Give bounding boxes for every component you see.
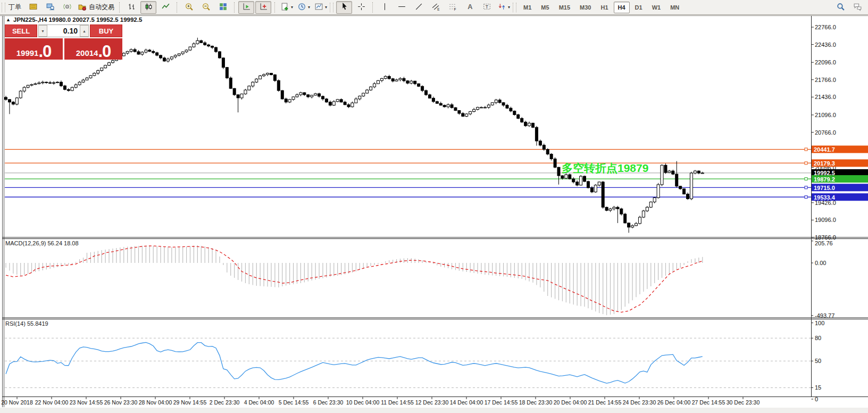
svg-text:F: F xyxy=(454,7,456,11)
period-clock-icon xyxy=(297,2,306,13)
chat-icon xyxy=(853,2,862,13)
chart-canvas[interactable]: 多空转折点19879▲JPN225-,H4 19980.0 20027.5 19… xyxy=(0,0,868,413)
dropdown-caret-icon[interactable]: ▾ xyxy=(508,5,510,10)
trendline-icon[interactable] xyxy=(411,1,427,14)
chart-annotation-text[interactable]: 多空转折点19879 xyxy=(562,162,648,175)
bar-chart-icon xyxy=(127,2,136,13)
toolbar-separator xyxy=(119,2,120,13)
dropdown-caret-icon[interactable]: ▾ xyxy=(291,5,293,10)
collapse-triangle-icon[interactable]: ▲ xyxy=(6,17,11,22)
svg-text:E: E xyxy=(437,7,439,11)
orders-label[interactable]: 丁单 xyxy=(9,3,21,12)
line-chart-icon[interactable] xyxy=(157,1,173,14)
zoom-in-icon xyxy=(185,2,194,13)
svg-text:T: T xyxy=(485,4,488,9)
new-order-doc-icon[interactable]: ▾ xyxy=(279,1,295,14)
template-icon[interactable]: ▾ xyxy=(313,1,329,14)
timeframe-button-mn[interactable]: MN xyxy=(666,2,683,13)
volume-decrease-button[interactable]: ▼ xyxy=(38,25,47,37)
toolbar-separator xyxy=(274,2,276,13)
cursor-icon[interactable] xyxy=(336,1,352,14)
cursor-icon xyxy=(340,2,349,13)
candlestick-chart-icon xyxy=(144,2,153,13)
line-handle[interactable] xyxy=(805,162,807,164)
sell-price-small: 19991 xyxy=(16,48,39,59)
tile-windows-icon[interactable] xyxy=(215,1,231,14)
time-tick-label: 14 Dec 04:00 xyxy=(450,399,483,406)
chat-icon[interactable] xyxy=(849,1,865,14)
hline-icon xyxy=(397,2,406,13)
toolbar-separator xyxy=(177,2,178,13)
bar-chart-icon[interactable] xyxy=(123,1,139,14)
line-handle[interactable] xyxy=(805,148,807,151)
chart-background xyxy=(0,15,868,413)
time-tick-label: 22 Nov 04:00 xyxy=(35,399,69,406)
time-tick-label: 26 Nov 23:30 xyxy=(104,399,138,406)
dropdown-caret-icon[interactable]: ▾ xyxy=(308,5,310,10)
time-tick-label: 6 Dec 23:30 xyxy=(313,399,344,406)
timeframe-button-m15[interactable]: M15 xyxy=(555,2,574,13)
zoom-out-icon[interactable] xyxy=(198,1,214,14)
candlestick-chart-icon[interactable] xyxy=(140,1,156,14)
timeframe-button-m5[interactable]: M5 xyxy=(537,2,553,13)
auto-trading-label: 自动交易 xyxy=(89,3,114,12)
svg-text:A: A xyxy=(468,3,472,11)
chart-title: ▲JPN225-,H4 19980.0 20027.5 19952.5 1999… xyxy=(6,16,143,23)
vline-icon[interactable] xyxy=(377,1,393,14)
timeframe-button-m30[interactable]: M30 xyxy=(575,2,595,13)
text-icon[interactable]: A xyxy=(462,1,478,14)
macd-tick-label: 0.00 xyxy=(815,260,826,266)
one-click-trading-panel: SELL ▼ ▲ BUY 19991.0 20014.0 xyxy=(5,24,122,60)
timeframe-button-w1[interactable]: W1 xyxy=(648,2,665,13)
time-tick-label: 10 Dec 04:00 xyxy=(346,399,380,406)
text-label-icon[interactable]: T xyxy=(479,1,495,14)
dropdown-caret-icon[interactable]: ▾ xyxy=(325,5,327,10)
line-handle[interactable] xyxy=(805,196,807,199)
timeframe-button-h4[interactable]: H4 xyxy=(614,2,630,13)
rsi-tick-label: 50 xyxy=(815,358,821,364)
auto-scroll-icon[interactable] xyxy=(238,1,254,14)
buy-price-big: .0 xyxy=(98,44,111,59)
price-line-label-text: 19715.0 xyxy=(814,185,835,191)
new-order-icon xyxy=(29,2,38,13)
channel-icon[interactable]: E xyxy=(428,1,444,14)
period-clock-icon[interactable]: ▾ xyxy=(296,1,312,14)
sell-price[interactable]: 19991.0 xyxy=(5,38,63,60)
buy-price[interactable]: 20014.0 xyxy=(64,38,122,60)
price-line-label-text: 19533.4 xyxy=(814,194,836,201)
line-handle[interactable] xyxy=(805,178,807,180)
line-handle[interactable] xyxy=(805,186,807,189)
time-tick-label: 4 Dec 04:00 xyxy=(244,399,274,406)
timeframe-button-h1[interactable]: H1 xyxy=(596,2,612,13)
new-order-icon[interactable] xyxy=(25,1,41,14)
fibonacci-icon[interactable]: F xyxy=(445,1,461,14)
chart-shift-icon[interactable] xyxy=(255,1,271,14)
rsi-tick-label: 0 xyxy=(815,396,818,402)
crosshair-icon[interactable] xyxy=(353,1,369,14)
arrows-icon[interactable]: ▾ xyxy=(496,1,512,14)
time-tick-label: 24 Dec 23:30 xyxy=(623,399,656,406)
volume-increase-button[interactable]: ▲ xyxy=(80,25,89,37)
template-icon xyxy=(314,2,323,13)
time-tick-label: 29 Nov 14:55 xyxy=(173,399,207,406)
auto-trading-button[interactable]: 自动交易 xyxy=(76,1,116,14)
rsi-tick-label: 80 xyxy=(815,335,821,341)
zoom-in-icon[interactable] xyxy=(181,1,197,14)
price-line-label-text: 19879.2 xyxy=(814,176,835,183)
timeframe-button-m1[interactable]: M1 xyxy=(519,2,536,13)
signal-icon[interactable] xyxy=(59,1,75,14)
timeframe-button-d1[interactable]: D1 xyxy=(631,2,647,13)
search-icon[interactable] xyxy=(832,1,848,14)
vline-icon xyxy=(380,2,389,13)
sell-price-big: .0 xyxy=(38,44,51,59)
volume-input[interactable] xyxy=(47,25,80,37)
price-tick-label: 21766.0 xyxy=(815,77,836,83)
sell-button[interactable]: SELL xyxy=(5,24,37,37)
buy-button[interactable]: BUY xyxy=(90,24,122,37)
channel-icon: E xyxy=(431,2,440,13)
time-tick-label: 11 Dec 14:55 xyxy=(381,399,414,406)
hline-icon[interactable] xyxy=(394,1,410,14)
toolbar-grip xyxy=(330,3,333,12)
market-watch-icon[interactable] xyxy=(42,1,58,14)
line-chart-icon xyxy=(161,2,170,13)
